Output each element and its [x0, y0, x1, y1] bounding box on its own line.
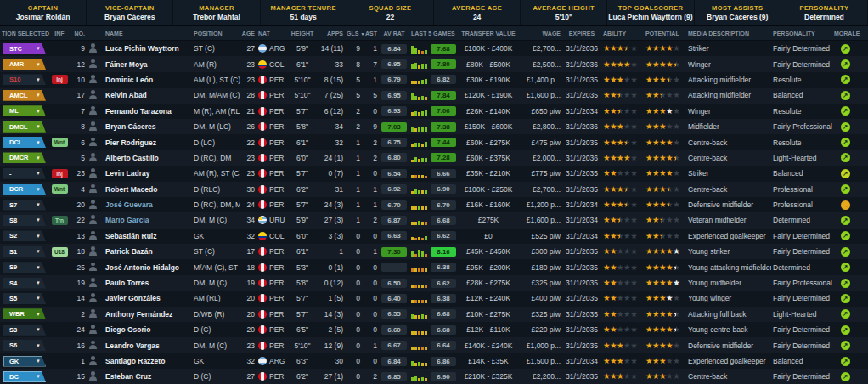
table-row[interactable]: S6▼16Leandro VargasDM, M (C)23PER5'10"12… [0, 337, 868, 353]
player-name-link[interactable]: Patrick Bazán [105, 247, 153, 256]
table-row[interactable]: S5▼14Javier GonzálesAM (RL)20PER5'7"1 (5… [0, 291, 868, 306]
column-header-personality[interactable]: PERSONALITY [771, 31, 832, 37]
table-row[interactable]: GK▼1Santiago RazzetoGK32ARG6'3"30006.846… [0, 353, 868, 369]
player-name-link[interactable]: Bryan Cáceres [105, 122, 156, 131]
table-row[interactable]: S7▼20José GuevaraD (RC), DM, M...24PER5'… [0, 197, 868, 212]
form-bar [418, 221, 420, 225]
position-select-dropdown[interactable]: -▼ [3, 168, 46, 179]
position-select-dropdown[interactable]: S8▼ [3, 215, 46, 226]
star-icon: ★ [645, 122, 652, 131]
player-name-link[interactable]: José Guevara [105, 200, 153, 209]
position-select-dropdown[interactable]: WBR▼ [3, 308, 46, 319]
column-header-inf[interactable]: INF [48, 31, 71, 37]
column-header-avrat[interactable]: AV RAT [379, 31, 409, 37]
cell-name: Anthony Fernández [104, 310, 192, 319]
position-select-dropdown[interactable]: DCR▼ [3, 184, 46, 195]
table-row[interactable]: S8▼Trn22Mario GarcíaDM, M (C)34URU5'9"27… [0, 212, 868, 228]
table-row[interactable]: AMR▼12Fáiner MoyaAM (R)23COL6'1"33876.95… [0, 56, 868, 71]
column-header-age[interactable]: AGE [240, 31, 256, 37]
position-select-dropdown[interactable]: GK▼ [3, 356, 46, 367]
player-name-link[interactable]: Fáiner Moya [105, 60, 148, 69]
morale-arrow: ↗ [843, 138, 848, 146]
cell-ast: 1 [362, 247, 379, 256]
player-name-link[interactable]: Anthony Fernández [105, 310, 172, 319]
position-select-dropdown[interactable]: S3▼ [3, 325, 46, 336]
table-row[interactable]: STC▼9Luca Pichin WayttornST (C)27ARG5'9"… [0, 41, 868, 56]
position-select-dropdown[interactable]: AMCL▼ [3, 90, 46, 101]
player-name-link[interactable]: José Antonio Hidalgo [105, 263, 179, 272]
column-header-sel[interactable]: TION SELECTED [0, 31, 48, 37]
player-name-link[interactable]: Levin Ladray [105, 169, 149, 178]
column-header-morale[interactable]: MORALE [832, 31, 868, 37]
table-row[interactable]: DCR▼Wnt4Robert MacedoD (RLC)30PER6'2"311… [0, 182, 868, 197]
column-header-ability[interactable]: ABILITY [601, 31, 644, 37]
column-header-last5[interactable]: LAST 5 GAMES [409, 31, 457, 37]
position-select-dropdown[interactable]: S9▼ [3, 262, 46, 273]
star-icon: ★ [645, 169, 652, 178]
player-name-link[interactable]: Robert Macedo [105, 185, 157, 194]
column-header-gls[interactable]: GLS▼ [345, 31, 362, 37]
cell-media: Centre-back [686, 372, 771, 381]
table-row[interactable]: WBR▼2Anthony FernándezD/WB (R)20PER5'7"1… [0, 307, 868, 322]
table-row[interactable]: DMCL▼8Bryan CáceresDM, M (LC)26PER5'8"34… [0, 119, 868, 134]
star-rating: ★★★★★ [645, 342, 679, 350]
player-name-link[interactable]: Esteban Cruz [105, 372, 151, 381]
player-name-link[interactable]: Dominic León [105, 76, 153, 84]
column-header-nat[interactable]: NAT [256, 31, 289, 37]
position-select-dropdown[interactable]: DMCR▼ [3, 152, 46, 163]
column-header-value[interactable]: TRANSFER VALUE [457, 31, 520, 37]
table-row[interactable]: DMCR▼5Alberto CastilloD (RC), DM23PER6'0… [0, 150, 868, 166]
position-select-dropdown[interactable]: DMCL▼ [3, 121, 46, 133]
star-icon: ★ [659, 107, 666, 116]
table-row[interactable]: ML▼7Fernando TarazonaM (R), AM (RL)21PER… [0, 104, 868, 119]
column-header-no[interactable]: NO. [71, 31, 87, 37]
position-select-dropdown[interactable]: S2▼ [3, 230, 46, 241]
table-row[interactable]: DC▼15Esteban CruzD (C)27PER6'2"27 (1)026… [0, 369, 868, 384]
column-header-height[interactable]: HEIGHT [289, 31, 316, 37]
player-name-link[interactable]: Kelvin Abad [105, 91, 147, 99]
player-name-link[interactable]: Santiago Razzeto [105, 357, 165, 365]
position-select-dropdown[interactable]: DCL▼ [3, 137, 46, 148]
table-row[interactable]: -▼Inj23Levin LadrayAM (R), ST (C)23PER5'… [0, 166, 868, 181]
table-row[interactable]: S1▼U1818Patrick BazánST (C)17PER6'1"1017… [0, 244, 868, 259]
table-row[interactable]: S3▼24Diego OsorioD (C)20PER6'5"2 (5)006.… [0, 322, 868, 337]
table-row[interactable]: S4▼19Paulo TorresDM, M (C)19PER5'8"0 (12… [0, 275, 868, 291]
position-select-dropdown[interactable]: S4▼ [3, 278, 46, 289]
column-header-wage[interactable]: WAGE [520, 31, 562, 37]
table-row[interactable]: S10▼Inj10Dominic LeónAM (L), ST (C)23PER… [0, 72, 868, 88]
player-name-link[interactable]: Mario García [105, 216, 149, 224]
player-name-link[interactable]: Leandro Vargas [105, 342, 160, 350]
position-select-dropdown[interactable]: AMR▼ [3, 59, 46, 70]
position-select-dropdown[interactable]: S1▼ [3, 246, 46, 257]
column-header-pos[interactable]: POSITION [192, 31, 240, 37]
column-header-apps[interactable]: APPS [316, 31, 345, 37]
player-name-link[interactable]: Paulo Torres [105, 279, 149, 287]
star-icon: ★ [673, 122, 679, 131]
position-select-dropdown[interactable]: ML▼ [3, 105, 46, 116]
column-header-name[interactable]: NAME [104, 31, 192, 37]
table-row[interactable]: S9▼25José Antonio HidalgoM/AM (C), ST (.… [0, 259, 868, 274]
table-row[interactable]: DCL▼Wnt6Pier RodriguezD (LC)22PER6'1"321… [0, 134, 868, 150]
player-name-link[interactable]: Fernando Tarazona [105, 107, 172, 116]
player-name-link[interactable]: Sebastián Ruiz [105, 232, 156, 240]
position-select-dropdown[interactable]: DC▼ [3, 371, 46, 382]
player-name-link[interactable]: Alberto Castillo [105, 154, 159, 162]
table-row[interactable]: AMCL▼17Kelvin AbadDM, M/AM (C)28PER5'10"… [0, 88, 868, 103]
player-name-link[interactable]: Pier Rodriguez [105, 138, 156, 147]
star-icon: ★ [610, 247, 617, 256]
position-select-dropdown[interactable]: S6▼ [3, 340, 46, 351]
player-name-link[interactable]: Javier Gonzáles [105, 294, 161, 302]
table-row[interactable]: S2▼13Sebastián RuizGK32COL6'0"3 (3)006.6… [0, 229, 868, 244]
column-header-expires[interactable]: EXPIRES [562, 31, 601, 37]
player-name-link[interactable]: Luca Pichin Wayttorn [105, 44, 179, 53]
column-header-media[interactable]: MEDIA DESCRIPTION [686, 31, 771, 37]
player-name-link[interactable]: Diego Osorio [105, 325, 150, 334]
cell-ability: ★★★★★ [601, 325, 644, 334]
position-select-dropdown[interactable]: S7▼ [3, 200, 46, 211]
column-header-potential[interactable]: POTENTIAL [644, 31, 686, 37]
column-header-ast[interactable]: AST [362, 31, 379, 37]
position-select-dropdown[interactable]: S5▼ [3, 293, 46, 304]
position-select-dropdown[interactable]: STC▼ [3, 43, 46, 54]
star-icon: ★ [617, 154, 623, 162]
position-select-dropdown[interactable]: S10▼ [3, 74, 46, 85]
